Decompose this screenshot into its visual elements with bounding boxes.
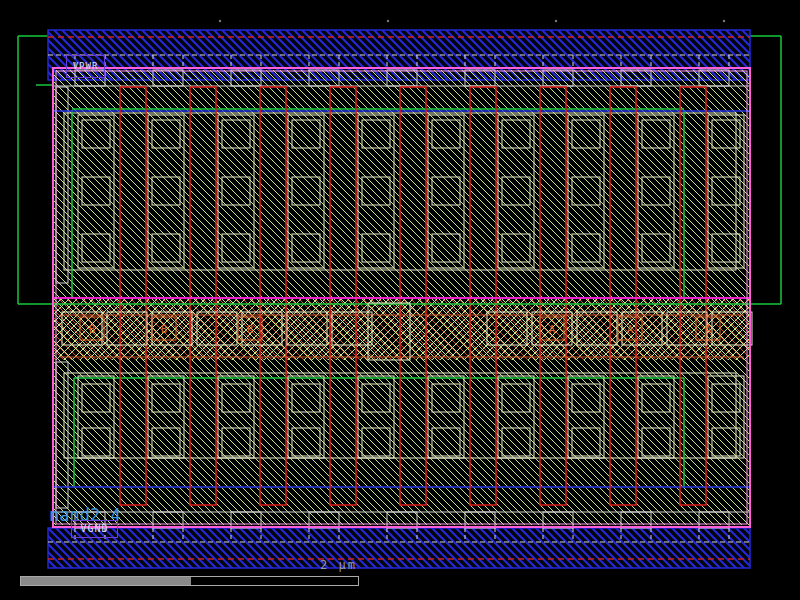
- pin-label: A: [549, 324, 555, 335]
- metal1-rail-vgnd: [48, 528, 750, 568]
- scale-ruler-text: 2 µm: [320, 558, 357, 572]
- pin-label: B: [161, 324, 167, 335]
- vgnd-port-label: VGND: [71, 520, 118, 538]
- pin-label: A: [627, 324, 633, 335]
- horizontal-scrollbar-thumb[interactable]: [21, 577, 191, 585]
- pin-label: B: [89, 324, 95, 335]
- horizontal-scrollbar-track[interactable]: [20, 576, 359, 586]
- pin-label: B: [247, 324, 253, 335]
- pin-label: A: [705, 324, 711, 335]
- grid-dots: [219, 20, 725, 22]
- layout-viewer-window: BBBAAA VPWR nand2_4 VGND 2 µm: [0, 0, 800, 600]
- vpwr-port-label: VPWR: [66, 55, 105, 78]
